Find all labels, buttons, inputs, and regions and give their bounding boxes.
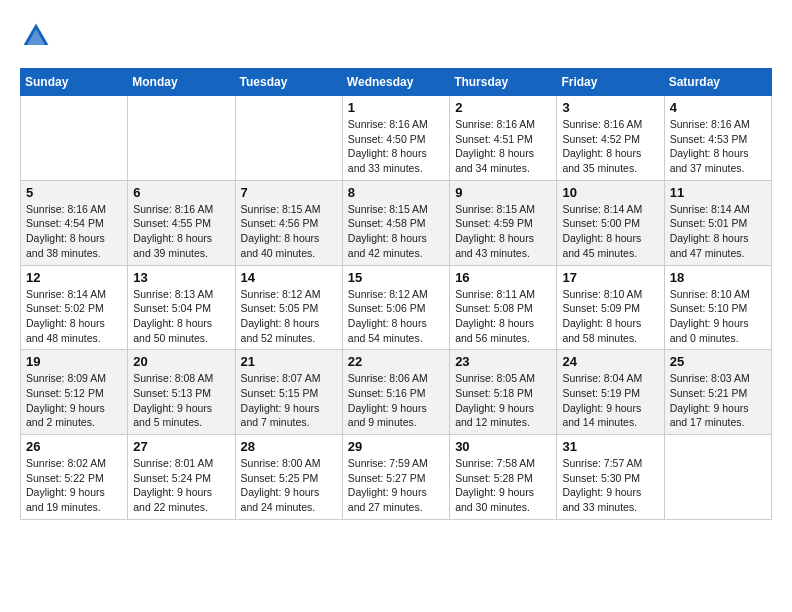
day-number: 5 [26,185,122,200]
calendar-cell: 2Sunrise: 8:16 AM Sunset: 4:51 PM Daylig… [450,96,557,181]
page-header [20,20,772,52]
day-info: Sunrise: 8:05 AM Sunset: 5:18 PM Dayligh… [455,371,551,430]
week-row-3: 12Sunrise: 8:14 AM Sunset: 5:02 PM Dayli… [21,265,772,350]
day-info: Sunrise: 8:16 AM Sunset: 4:52 PM Dayligh… [562,117,658,176]
day-number: 13 [133,270,229,285]
day-info: Sunrise: 8:10 AM Sunset: 5:09 PM Dayligh… [562,287,658,346]
weekday-header-tuesday: Tuesday [235,69,342,96]
day-number: 9 [455,185,551,200]
calendar-cell: 3Sunrise: 8:16 AM Sunset: 4:52 PM Daylig… [557,96,664,181]
calendar-cell: 31Sunrise: 7:57 AM Sunset: 5:30 PM Dayli… [557,435,664,520]
calendar-cell: 20Sunrise: 8:08 AM Sunset: 5:13 PM Dayli… [128,350,235,435]
weekday-header-row: SundayMondayTuesdayWednesdayThursdayFrid… [21,69,772,96]
day-info: Sunrise: 8:11 AM Sunset: 5:08 PM Dayligh… [455,287,551,346]
calendar-cell [664,435,771,520]
day-info: Sunrise: 8:15 AM Sunset: 4:56 PM Dayligh… [241,202,337,261]
day-number: 4 [670,100,766,115]
calendar-cell: 8Sunrise: 8:15 AM Sunset: 4:58 PM Daylig… [342,180,449,265]
day-number: 7 [241,185,337,200]
day-number: 10 [562,185,658,200]
calendar-cell: 12Sunrise: 8:14 AM Sunset: 5:02 PM Dayli… [21,265,128,350]
day-info: Sunrise: 8:15 AM Sunset: 4:58 PM Dayligh… [348,202,444,261]
day-info: Sunrise: 8:15 AM Sunset: 4:59 PM Dayligh… [455,202,551,261]
day-info: Sunrise: 8:16 AM Sunset: 4:51 PM Dayligh… [455,117,551,176]
day-info: Sunrise: 8:14 AM Sunset: 5:02 PM Dayligh… [26,287,122,346]
calendar-cell: 19Sunrise: 8:09 AM Sunset: 5:12 PM Dayli… [21,350,128,435]
weekday-header-sunday: Sunday [21,69,128,96]
day-info: Sunrise: 8:16 AM Sunset: 4:50 PM Dayligh… [348,117,444,176]
day-number: 21 [241,354,337,369]
day-info: Sunrise: 8:13 AM Sunset: 5:04 PM Dayligh… [133,287,229,346]
calendar-cell: 18Sunrise: 8:10 AM Sunset: 5:10 PM Dayli… [664,265,771,350]
weekday-header-saturday: Saturday [664,69,771,96]
day-number: 6 [133,185,229,200]
calendar-cell: 26Sunrise: 8:02 AM Sunset: 5:22 PM Dayli… [21,435,128,520]
day-number: 25 [670,354,766,369]
calendar-cell: 22Sunrise: 8:06 AM Sunset: 5:16 PM Dayli… [342,350,449,435]
calendar-table: SundayMondayTuesdayWednesdayThursdayFrid… [20,68,772,520]
day-info: Sunrise: 8:16 AM Sunset: 4:54 PM Dayligh… [26,202,122,261]
calendar-cell: 9Sunrise: 8:15 AM Sunset: 4:59 PM Daylig… [450,180,557,265]
day-number: 30 [455,439,551,454]
calendar-cell: 29Sunrise: 7:59 AM Sunset: 5:27 PM Dayli… [342,435,449,520]
calendar-cell: 25Sunrise: 8:03 AM Sunset: 5:21 PM Dayli… [664,350,771,435]
week-row-2: 5Sunrise: 8:16 AM Sunset: 4:54 PM Daylig… [21,180,772,265]
day-info: Sunrise: 8:14 AM Sunset: 5:00 PM Dayligh… [562,202,658,261]
week-row-4: 19Sunrise: 8:09 AM Sunset: 5:12 PM Dayli… [21,350,772,435]
day-number: 23 [455,354,551,369]
day-info: Sunrise: 8:09 AM Sunset: 5:12 PM Dayligh… [26,371,122,430]
day-info: Sunrise: 8:03 AM Sunset: 5:21 PM Dayligh… [670,371,766,430]
day-info: Sunrise: 8:06 AM Sunset: 5:16 PM Dayligh… [348,371,444,430]
day-number: 24 [562,354,658,369]
calendar-cell: 5Sunrise: 8:16 AM Sunset: 4:54 PM Daylig… [21,180,128,265]
day-number: 18 [670,270,766,285]
calendar-cell: 24Sunrise: 8:04 AM Sunset: 5:19 PM Dayli… [557,350,664,435]
day-number: 11 [670,185,766,200]
week-row-5: 26Sunrise: 8:02 AM Sunset: 5:22 PM Dayli… [21,435,772,520]
calendar-cell: 21Sunrise: 8:07 AM Sunset: 5:15 PM Dayli… [235,350,342,435]
day-info: Sunrise: 8:12 AM Sunset: 5:05 PM Dayligh… [241,287,337,346]
logo [20,20,56,52]
day-info: Sunrise: 7:59 AM Sunset: 5:27 PM Dayligh… [348,456,444,515]
calendar-cell: 14Sunrise: 8:12 AM Sunset: 5:05 PM Dayli… [235,265,342,350]
day-number: 16 [455,270,551,285]
day-number: 2 [455,100,551,115]
weekday-header-monday: Monday [128,69,235,96]
calendar-cell: 13Sunrise: 8:13 AM Sunset: 5:04 PM Dayli… [128,265,235,350]
calendar-cell: 28Sunrise: 8:00 AM Sunset: 5:25 PM Dayli… [235,435,342,520]
day-number: 27 [133,439,229,454]
calendar-cell: 10Sunrise: 8:14 AM Sunset: 5:00 PM Dayli… [557,180,664,265]
day-number: 22 [348,354,444,369]
day-number: 8 [348,185,444,200]
day-number: 3 [562,100,658,115]
day-number: 29 [348,439,444,454]
day-info: Sunrise: 8:16 AM Sunset: 4:55 PM Dayligh… [133,202,229,261]
day-info: Sunrise: 8:04 AM Sunset: 5:19 PM Dayligh… [562,371,658,430]
calendar-cell: 30Sunrise: 7:58 AM Sunset: 5:28 PM Dayli… [450,435,557,520]
day-info: Sunrise: 8:08 AM Sunset: 5:13 PM Dayligh… [133,371,229,430]
calendar-cell: 16Sunrise: 8:11 AM Sunset: 5:08 PM Dayli… [450,265,557,350]
day-info: Sunrise: 7:58 AM Sunset: 5:28 PM Dayligh… [455,456,551,515]
day-number: 31 [562,439,658,454]
day-info: Sunrise: 8:01 AM Sunset: 5:24 PM Dayligh… [133,456,229,515]
calendar-cell: 11Sunrise: 8:14 AM Sunset: 5:01 PM Dayli… [664,180,771,265]
day-info: Sunrise: 7:57 AM Sunset: 5:30 PM Dayligh… [562,456,658,515]
calendar-cell: 15Sunrise: 8:12 AM Sunset: 5:06 PM Dayli… [342,265,449,350]
day-info: Sunrise: 8:10 AM Sunset: 5:10 PM Dayligh… [670,287,766,346]
day-info: Sunrise: 8:00 AM Sunset: 5:25 PM Dayligh… [241,456,337,515]
day-info: Sunrise: 8:07 AM Sunset: 5:15 PM Dayligh… [241,371,337,430]
logo-icon [20,20,52,52]
weekday-header-friday: Friday [557,69,664,96]
day-number: 28 [241,439,337,454]
day-info: Sunrise: 8:14 AM Sunset: 5:01 PM Dayligh… [670,202,766,261]
day-number: 19 [26,354,122,369]
day-number: 15 [348,270,444,285]
weekday-header-wednesday: Wednesday [342,69,449,96]
week-row-1: 1Sunrise: 8:16 AM Sunset: 4:50 PM Daylig… [21,96,772,181]
calendar-cell [128,96,235,181]
calendar-cell: 27Sunrise: 8:01 AM Sunset: 5:24 PM Dayli… [128,435,235,520]
day-number: 14 [241,270,337,285]
calendar-cell [235,96,342,181]
calendar-cell: 1Sunrise: 8:16 AM Sunset: 4:50 PM Daylig… [342,96,449,181]
day-info: Sunrise: 8:16 AM Sunset: 4:53 PM Dayligh… [670,117,766,176]
